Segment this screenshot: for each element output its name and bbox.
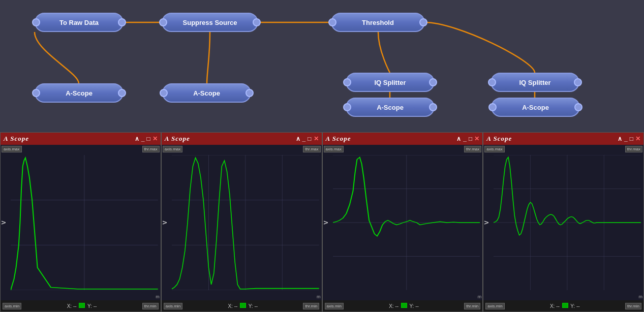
scope-title-2: A Scope [165,135,190,143]
scope-green-box-2 [240,303,246,308]
node-a-scope-4[interactable]: A-Scope [491,98,580,117]
scope-y-label-3: V [323,221,329,224]
thr-min-btn-3[interactable]: thr.min [464,303,480,309]
scope-bottom-left-2: axis.min [164,303,182,309]
scope-inner-3: axis.max thr.max V 0.002 0.001 0 -0.001 [323,145,483,300]
axis-max-btn-1[interactable]: axis.max [2,146,22,152]
scope-y-label-2: V [162,221,168,224]
scope-titlebar-3: A Scope ∧ _ □ ✕ [323,133,483,145]
scope-m-label-4: m [639,294,643,299]
thr-min-btn-4[interactable]: thr.min [625,303,641,309]
axis-max-btn-4[interactable]: axis.max [484,146,505,152]
scope-canvas-3: 0.002 0.001 0 -0.001 0 5 [333,155,480,290]
scope-y-label-4: V [483,221,489,224]
scope-minimize-4[interactable]: _ [624,136,628,142]
scope-green-box-3 [401,303,407,308]
scope-expand-1[interactable]: ∧ [135,136,139,142]
scope-restore-1[interactable]: □ [147,136,150,142]
node-a-scope-3[interactable]: A-Scope [346,98,435,117]
x-label-3: X: [389,303,395,309]
x-label-2: X: [228,303,234,309]
scope-bottom-right-2: thr.min [303,303,319,309]
x-label-1: X: [67,303,73,309]
node-suppress-source[interactable]: Suppress Source [162,13,258,32]
scope-panel-2: A Scope ∧ _ □ ✕ axis.max thr.max V [161,132,322,312]
scope-controls-4: ∧ _ □ ✕ [618,136,640,142]
axis-min-btn-3[interactable]: axis.min [325,303,344,309]
scope-m-label-2: m [317,294,321,299]
scope-restore-3[interactable]: □ [469,136,472,142]
scope-close-3[interactable]: ✕ [474,136,479,142]
scope-bottom-right-3: thr.min [464,303,480,309]
scope-title-4: A Scope [486,135,512,143]
scope-bottom-bar-3: axis.min X: -- Y: -- thr.min [323,300,483,311]
scope-bottom-right-1: thr.min [142,303,159,309]
thr-max-btn-2[interactable]: thr.max [303,146,320,152]
scope-bottom-bar-1: axis.min X: -- Y: -- thr.min [1,300,161,311]
scope-xy-display-3: X: -- Y: -- [389,303,419,309]
node-iq-splitter-2[interactable]: IQ Splitter [490,73,579,92]
scope-expand-2[interactable]: ∧ [296,136,300,142]
scope-bottom-left-3: axis.min [325,303,344,309]
scope-minimize-2[interactable]: _ [302,136,306,142]
scope-restore-4[interactable]: □ [630,136,633,142]
y-label-1: Y: [87,303,94,309]
scope-y-label-1: V [1,221,7,224]
scope-expand-3[interactable]: ∧ [456,136,461,142]
axis-max-btn-3[interactable]: axis.max [324,146,344,152]
scope-canvas-2: 0.003 0.002 0.001 0 0 2.5 5 7.5 [172,155,319,290]
scope-inner-2: axis.max thr.max V 0.003 0.002 0.001 [162,145,322,300]
axis-max-btn-2[interactable]: axis.max [163,146,183,152]
axis-min-btn-1[interactable]: axis.min [3,303,21,309]
axis-min-btn-4[interactable]: axis.min [485,303,504,309]
scope-bottom-left-1: axis.min [3,303,21,309]
scope-green-box-1 [79,303,85,308]
flow-diagram: To Raw Data Suppress Source Threshold IQ… [0,0,644,132]
scope-restore-2[interactable]: □ [308,136,311,142]
scope-minimize-3[interactable]: _ [463,136,467,142]
scope-canvas-1: 0.2 0.1 0 0 5 [11,155,158,290]
y-label-3: Y: [410,303,416,309]
scope-close-2[interactable]: ✕ [314,136,319,142]
node-a-scope-2[interactable]: A-Scope [162,83,251,103]
scope-panel-1: A Scope ∧ _ □ ✕ axis.max thr.max V [0,132,161,312]
scope-minimize-1[interactable]: _ [141,136,145,142]
y-label-2: Y: [249,303,255,309]
node-threshold[interactable]: Threshold [331,13,425,32]
scope-bottom-left-4: axis.min [485,303,504,309]
node-iq-splitter-1[interactable]: IQ Splitter [346,73,435,92]
thr-min-btn-2[interactable]: thr.min [303,303,319,309]
x-label-4: X: [550,303,556,309]
thr-max-btn-3[interactable]: thr.max [464,146,481,152]
scope-bottom-bar-2: axis.min X: -- Y: -- thr.min [162,300,322,311]
node-a-scope-1[interactable]: A-Scope [35,83,124,103]
scope-top-labels-2: axis.max thr.max [163,146,321,152]
scope-title-3: A Scope [326,135,351,143]
scope-title-1: A Scope [4,135,29,143]
scope-inner-1: axis.max thr.max V 0.2 0.1 0 [1,145,161,300]
scope-expand-4[interactable]: ∧ [618,136,622,142]
scope-top-labels-1: axis.max thr.max [2,146,160,152]
scope-bottom-bar-4: axis.min X: -- Y: -- thr.min [483,300,643,311]
scope-close-4[interactable]: ✕ [635,136,640,142]
thr-max-btn-4[interactable]: thr.max [625,146,642,152]
thr-min-btn-1[interactable]: thr.min [142,303,159,309]
scope-canvas-4: 0.001 0 -0.001 -0.002 0 2.5 5 7.5 [494,155,641,290]
scope-m-label-1: m [156,294,160,299]
scope-controls-2: ∧ _ □ ✕ [296,136,319,142]
scope-xy-display-4: X: -- Y: -- [550,303,580,309]
axis-min-btn-2[interactable]: axis.min [164,303,182,309]
scope-controls-1: ∧ _ □ ✕ [135,136,158,142]
thr-max-btn-1[interactable]: thr.max [142,146,160,152]
scope-bottom-right-4: thr.min [625,303,641,309]
scope-panel-3: A Scope ∧ _ □ ✕ axis.max thr.max V [322,132,483,312]
node-to-raw-data[interactable]: To Raw Data [35,13,124,32]
scope-m-label-3: m [478,294,482,299]
scope-inner-4: axis.max thr.max V 0.001 0 -0.001 - [483,145,643,300]
y-label-4: Y: [570,303,576,309]
scope-close-1[interactable]: ✕ [152,136,158,142]
scope-top-labels-3: axis.max thr.max [324,146,482,152]
scope-controls-3: ∧ _ □ ✕ [456,136,479,142]
scope-xy-display-2: X: -- Y: -- [228,303,258,309]
scope-panel-4: A Scope ∧ _ □ ✕ axis.max thr.max V [483,132,644,312]
